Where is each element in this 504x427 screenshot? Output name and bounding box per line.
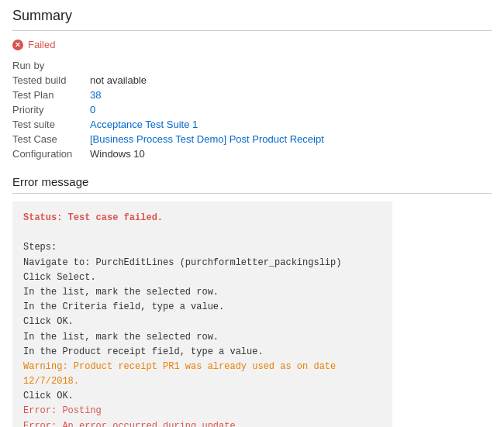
error-line: In the list, mark the selected row. — [23, 332, 219, 343]
error-line: In the Criteria field, type a value. — [23, 301, 224, 312]
info-link[interactable]: [Business Process Test Demo] Post Produc… — [90, 133, 324, 145]
status-label: Failed — [28, 39, 55, 50]
info-label: Test suite — [12, 117, 90, 132]
error-line: Click OK. — [23, 391, 74, 401]
error-message-heading: Error message — [12, 175, 492, 188]
info-link[interactable]: 38 — [90, 89, 101, 101]
info-value[interactable]: 0 — [90, 102, 324, 117]
info-value — [90, 58, 324, 73]
info-label: Test Plan — [12, 88, 90, 102]
info-row: Run by — [12, 58, 324, 73]
error-line: Steps: — [23, 242, 57, 253]
info-value[interactable]: [Business Process Test Demo] Post Produc… — [90, 132, 324, 146]
info-label: Tested build — [12, 73, 90, 88]
info-row: Test suiteAcceptance Test Suite 1 — [12, 117, 324, 132]
failed-icon — [12, 40, 23, 50]
info-row: Tested buildnot available — [12, 73, 324, 88]
error-box: Status: Test case failed. Steps: Navigat… — [12, 201, 392, 427]
error-line: Error: An error occurred during update — [23, 421, 236, 427]
status-row: Failed — [12, 39, 492, 50]
error-line: In the list, mark the selected row. — [23, 287, 219, 298]
info-value: Windows 10 — [90, 146, 324, 161]
summary-divider — [12, 30, 492, 31]
error-line: Warning: Product receipt PR1 was already… — [23, 361, 341, 387]
info-table: Run byTested buildnot availableTest Plan… — [12, 58, 324, 161]
info-label: Configuration — [12, 146, 90, 161]
info-row: Test Plan38 — [12, 88, 324, 102]
error-line: Error: Posting — [23, 405, 102, 416]
info-value[interactable]: 38 — [90, 88, 324, 102]
info-value[interactable]: Acceptance Test Suite 1 — [90, 117, 324, 132]
info-row: Test Case[Business Process Test Demo] Po… — [12, 132, 324, 146]
error-line: Navigate to: PurchEditLines (purchformle… — [23, 257, 341, 268]
summary-heading: Summary — [12, 8, 492, 24]
info-label: Run by — [12, 58, 90, 73]
info-row: ConfigurationWindows 10 — [12, 146, 324, 161]
info-link[interactable]: 0 — [90, 104, 95, 115]
error-line: Click Select. — [23, 272, 96, 283]
error-line: In the Product receipt field, type a val… — [23, 346, 264, 357]
info-link[interactable]: Acceptance Test Suite 1 — [90, 119, 198, 130]
error-line: Status: Test case failed. — [23, 212, 163, 223]
info-label: Priority — [12, 102, 90, 117]
info-row: Priority0 — [12, 102, 324, 117]
error-line: Click OK. — [23, 316, 74, 327]
error-divider — [12, 193, 492, 194]
info-value: not available — [90, 73, 324, 88]
info-label: Test Case — [12, 132, 90, 146]
